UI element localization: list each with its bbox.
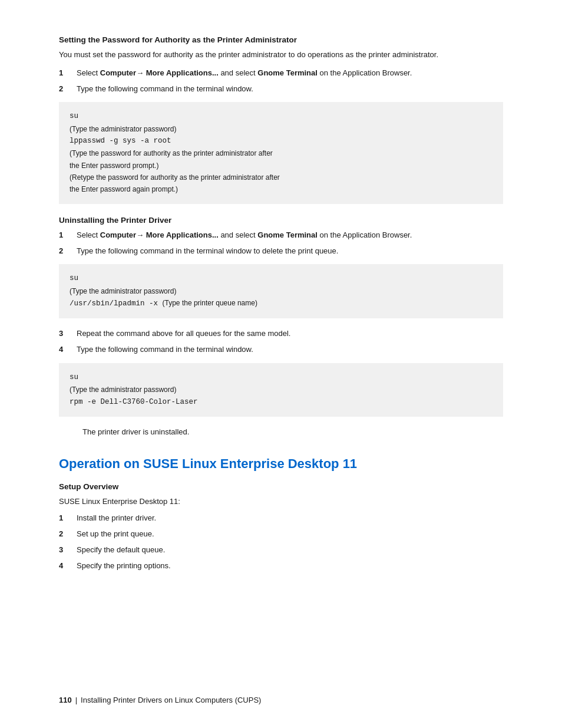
step-content: Repeat the command above for all queues … (77, 328, 503, 340)
list-item: 2 Type the following command in the term… (59, 245, 503, 258)
step-number: 4 (59, 344, 77, 356)
list-item: 4 Type the following command in the term… (59, 344, 503, 356)
step-number: 2 (59, 245, 77, 258)
code-comment: (Retype the password for authority as th… (70, 172, 492, 183)
uninstalling-steps-1: 1 Select Computer→ More Applications... … (59, 229, 503, 258)
footer-text: Installing Printer Drivers on Linux Comp… (81, 696, 261, 704)
code-comment: (Type the password for authority as the … (70, 147, 492, 159)
step-content: Specify the default queue. (77, 544, 503, 556)
code-block-3: su (Type the administrator password) rpm… (59, 363, 503, 417)
code-line: su (70, 371, 492, 384)
code-line: su (70, 110, 492, 123)
uninstalling-heading: Uninstalling the Printer Driver (59, 216, 503, 225)
step-number: 1 (59, 67, 77, 80)
uninstall-note: The printer driver is uninstalled. (82, 426, 503, 439)
step-content: Specify the printing options. (77, 560, 503, 572)
list-item: 1 Install the printer driver. (59, 512, 503, 525)
code-line: /usr/sbin/lpadmin -x (Type the printer q… (70, 297, 492, 310)
code-line: rpm -e Dell-C3760-Color-Laser (70, 396, 492, 409)
page-container: Setting the Password for Authority as th… (0, 0, 562, 728)
step-number: 3 (59, 328, 77, 340)
setting-password-intro: You must set the password for authority … (59, 49, 503, 61)
code-comment: (Type the administrator password) (70, 123, 492, 135)
step-content: Install the printer driver. (77, 512, 503, 525)
list-item: 2 Set up the print queue. (59, 528, 503, 541)
list-item: 3 Repeat the command above for all queue… (59, 328, 503, 340)
footer: 110 | Installing Printer Drivers on Linu… (59, 696, 503, 704)
footer-page-number: 110 (59, 696, 72, 704)
code-comment: the Enter password again prompt.) (70, 183, 492, 195)
setup-overview-steps: 1 Install the printer driver. 2 Set up t… (59, 512, 503, 572)
step-content: Type the following command in the termin… (77, 245, 503, 258)
uninstalling-steps-2: 3 Repeat the command above for all queue… (59, 328, 503, 356)
code-block-1: su (Type the administrator password) lpp… (59, 102, 503, 203)
step-content: Select Computer→ More Applications... an… (77, 67, 503, 80)
step-content: Type the following command in the termin… (77, 83, 503, 95)
list-item: 3 Specify the default queue. (59, 544, 503, 556)
code-block-2: su (Type the administrator password) /us… (59, 264, 503, 318)
list-item: 4 Specify the printing options. (59, 560, 503, 572)
uninstalling-driver-section: Uninstalling the Printer Driver 1 Select… (59, 216, 503, 439)
setup-overview-section: Setup Overview SUSE Linux Enterprise Des… (59, 482, 503, 572)
step-number: 1 (59, 512, 77, 525)
main-section-heading: Operation on SUSE Linux Enterprise Deskt… (59, 456, 503, 472)
code-comment: the Enter password prompt.) (70, 160, 492, 172)
code-line: lppasswd -g sys -a root (70, 135, 492, 147)
step-number: 2 (59, 83, 77, 95)
step-number: 2 (59, 528, 77, 541)
list-item: 1 Select Computer→ More Applications... … (59, 229, 503, 242)
step-number: 3 (59, 544, 77, 556)
list-item: 1 Select Computer→ More Applications... … (59, 67, 503, 80)
setting-password-steps: 1 Select Computer→ More Applications... … (59, 67, 503, 95)
step-content: Set up the print queue. (77, 528, 503, 541)
setup-overview-intro: SUSE Linux Enterprise Desktop 11: (59, 496, 503, 508)
list-item: 2 Type the following command in the term… (59, 83, 503, 95)
code-comment: (Type the administrator password) (70, 285, 492, 297)
step-number: 1 (59, 229, 77, 242)
step-content: Type the following command in the termin… (77, 344, 503, 356)
setting-password-heading: Setting the Password for Authority as th… (59, 35, 503, 44)
setup-overview-heading: Setup Overview (59, 482, 503, 491)
footer-separator: | (75, 696, 77, 704)
code-comment: (Type the administrator password) (70, 384, 492, 396)
step-number: 4 (59, 560, 77, 572)
setting-password-section: Setting the Password for Authority as th… (59, 35, 503, 204)
code-line: su (70, 272, 492, 285)
step-content: Select Computer→ More Applications... an… (77, 229, 503, 242)
